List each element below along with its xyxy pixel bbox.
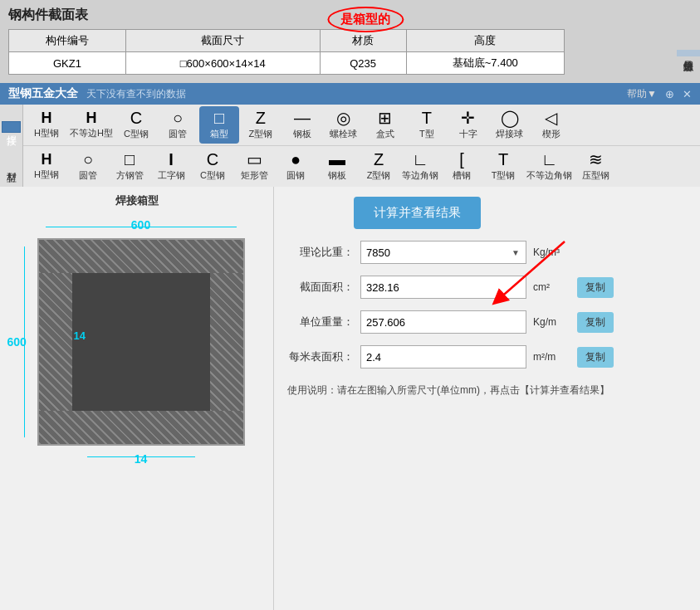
t-steel-icon-w: T: [422, 110, 432, 126]
pin-button[interactable]: ⊕: [665, 88, 674, 100]
icon-h-steel-m[interactable]: H H型钢: [27, 148, 66, 185]
i-beam-icon: I: [169, 151, 174, 168]
icon-i-beam[interactable]: I 工字钢: [151, 148, 191, 185]
toolbar-wrapper: 焊接 型材 H H型钢 H 不等边H型 C C型钢 ○ 圆管 □ 箱型: [0, 105, 700, 187]
icon-bolt-ball[interactable]: ◎ 螺栓球: [324, 106, 364, 144]
toolbar-side-labels: 焊接 型材: [0, 105, 23, 187]
c-steel-m-icon: C: [207, 151, 218, 168]
area-label: 截面面积：: [287, 280, 354, 295]
icon-unequal-h[interactable]: H 不等边H型: [68, 106, 115, 144]
icon-row-1: H H型钢 H 不等边H型 C C型钢 ○ 圆管 □ 箱型 Z Z型钢: [23, 105, 700, 146]
icon-cross[interactable]: ✛ 十字: [448, 106, 488, 144]
col-header-material: 材质: [320, 30, 406, 52]
rect-tube-icon: ▭: [247, 151, 262, 168]
c-steel-icon-w: C: [130, 110, 142, 126]
table-row: GKZ1 □600×600×14×14 Q235 基础底~7.400: [9, 52, 565, 75]
calc-button[interactable]: 计算并查看结果: [354, 197, 481, 229]
hatch-bottom: [39, 411, 243, 444]
side-label-welded[interactable]: 焊接: [2, 121, 21, 133]
surface-copy-button[interactable]: 复制: [577, 347, 614, 368]
equal-angle-icon: ∟: [412, 151, 428, 168]
dim-line-left: [24, 246, 25, 437]
drawing-title: 焊接箱型: [115, 193, 159, 208]
corrugated-icon: ≋: [589, 151, 603, 168]
steel-table: 构件编号 截面尺寸 材质 高度 GKZ1 □600×600×14×14 Q235…: [8, 29, 565, 75]
icon-steel-plate-w[interactable]: — 钢板: [282, 106, 322, 144]
icon-c-steel-w[interactable]: C C型钢: [116, 106, 156, 144]
density-select[interactable]: 7850: [360, 241, 526, 264]
icon-equal-angle[interactable]: ∟ 等边角钢: [400, 148, 440, 185]
icon-wedge[interactable]: ◁ 楔形: [531, 106, 571, 144]
density-label: 理论比重：: [287, 245, 354, 260]
close-button[interactable]: ✕: [683, 88, 692, 100]
steel-plate-m-icon: ▬: [329, 151, 345, 168]
drawing-panel: 焊接箱型 600 600 14: [0, 187, 274, 610]
hatch-left: [39, 273, 72, 411]
icon-h-steel-w[interactable]: H H型钢: [27, 106, 66, 144]
box-type2-icon: ⊞: [378, 110, 392, 126]
icon-unequal-angle[interactable]: ∟ 不等边角钢: [525, 148, 574, 185]
icon-t-steel-m[interactable]: T T型钢: [483, 148, 523, 185]
icon-channel[interactable]: [ 槽钢: [442, 148, 482, 185]
round-tube-icon-w: ○: [173, 110, 183, 126]
cross-section-drawing: 14: [37, 238, 245, 446]
col-header-code: 构件编号: [9, 30, 126, 52]
help-button[interactable]: 帮助▼: [627, 87, 657, 101]
icon-round-steel[interactable]: ● 圆钢: [276, 148, 316, 185]
icon-round-tube-m[interactable]: ○ 圆管: [68, 148, 108, 185]
box-type-icon: □: [214, 110, 224, 126]
hatch-right: [210, 273, 243, 411]
dim-top: 600: [131, 218, 150, 232]
usage-hint: 使用说明：请在左图输入所需尺寸(单位mm)，再点击【计算并查看结果】: [287, 383, 687, 398]
dim-bottom: 14: [135, 452, 148, 466]
icon-t-steel-w[interactable]: T T型: [407, 106, 447, 144]
h-steel-icon: H: [42, 110, 52, 125]
side-label-material[interactable]: 型材: [2, 159, 21, 170]
box-type-label: 是箱型的: [327, 7, 404, 32]
t-steel-m-icon: T: [498, 151, 508, 168]
icon-rect-tube[interactable]: ▭ 矩形管: [234, 148, 274, 185]
app-subtitle: 天下没有查不到的数据: [86, 87, 186, 101]
surface-row: 每米表面积： m²/m 复制: [287, 345, 687, 368]
icon-weld-ball[interactable]: ◯ 焊接球: [490, 106, 530, 144]
weld-ball-icon: ◯: [501, 110, 519, 126]
top-section: 是箱型的 钢构件截面表 构件编号 截面尺寸 材质 高度 GKZ1 □600×60…: [0, 0, 700, 83]
z-steel-m-icon: Z: [374, 151, 384, 168]
inner-void: [72, 273, 210, 411]
icon-c-steel-m[interactable]: C C型钢: [193, 148, 233, 185]
square-tube-icon: □: [125, 151, 135, 168]
h-steel-m-icon: H: [42, 152, 52, 167]
cross-icon: ✛: [461, 110, 475, 126]
dim-line-top: [46, 227, 237, 227]
controls-panel: 计算并查看结果 理论比重： 7850 ▼ Kg/m³ 截面面积：: [274, 187, 700, 610]
density-select-wrapper: 7850 ▼: [360, 241, 526, 264]
col-header-size: 截面尺寸: [125, 30, 320, 52]
icon-square-tube[interactable]: □ 方钢管: [110, 148, 149, 185]
wedge-icon: ◁: [545, 110, 557, 126]
surface-unit: m²/m: [533, 351, 570, 363]
round-tube-m-icon: ○: [83, 151, 93, 168]
surface-input[interactable]: [360, 345, 526, 368]
icon-round-tube-w[interactable]: ○ 圆管: [158, 106, 198, 144]
icon-corrugated[interactable]: ≋ 压型钢: [575, 148, 615, 185]
icon-box-type2[interactable]: ⊞ 盒式: [365, 106, 405, 144]
dim-line-bottom: [87, 456, 195, 457]
weight-unit: Kg/m: [533, 316, 570, 328]
cell-material: Q235: [320, 52, 406, 75]
channel-icon: [: [459, 151, 464, 168]
icon-z-steel-m[interactable]: Z Z型钢: [359, 148, 399, 185]
cell-height: 基础底~7.400: [406, 52, 564, 75]
hatch-top: [39, 240, 243, 273]
z-steel-icon-w: Z: [256, 110, 266, 126]
icon-box-type[interactable]: □ 箱型: [199, 106, 239, 144]
density-row: 理论比重： 7850 ▼ Kg/m³: [287, 241, 687, 264]
app-header: 型钢五金大全 天下没有查不到的数据 帮助▼ ⊕ ✕: [0, 83, 700, 105]
surface-label: 每米表面积：: [287, 349, 354, 364]
round-steel-icon: ●: [291, 151, 301, 168]
app-title: 型钢五金大全: [8, 86, 78, 101]
main-content: 焊接箱型 600 600 14: [0, 187, 700, 610]
icon-z-steel-w[interactable]: Z Z型钢: [241, 106, 281, 144]
icon-steel-plate-m[interactable]: ▬ 钢板: [317, 148, 357, 185]
icons-area: H H型钢 H 不等边H型 C C型钢 ○ 圆管 □ 箱型 Z Z型钢: [23, 105, 700, 187]
cell-code: GKZ1: [9, 52, 126, 75]
